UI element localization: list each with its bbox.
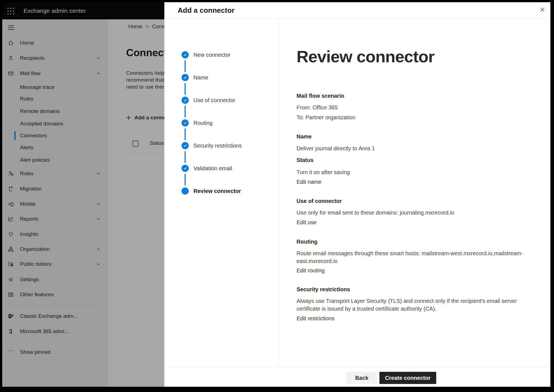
step-current-icon[interactable] xyxy=(182,187,189,195)
step-complete-icon[interactable] xyxy=(182,97,189,104)
section-title-routing: Routing xyxy=(297,238,318,246)
step-connector-line xyxy=(185,83,186,95)
mail-flow-to-value: To: Partner organization xyxy=(297,114,355,121)
wizard-step-security-restrictions[interactable]: Security restrictions xyxy=(193,142,242,149)
name-value: Deliver journal directly to Area 1 xyxy=(297,145,375,152)
step-connector-line xyxy=(185,106,186,117)
wizard-step-panel: New connector Name Use of connector Rout… xyxy=(164,18,279,367)
back-button[interactable]: Back xyxy=(346,372,377,384)
status-value: Turn it on after saving xyxy=(297,168,350,176)
step-connector-line xyxy=(185,60,186,72)
section-title-status: Status xyxy=(297,156,313,164)
wizard-step-review-connector[interactable]: Review connector xyxy=(193,187,241,195)
step-connector-line xyxy=(185,151,186,163)
modal-footer-divider xyxy=(164,367,550,367)
mail-flow-from-value: From: Office 365 xyxy=(297,104,338,111)
edit-use-link[interactable]: Edit use xyxy=(297,218,316,226)
step-complete-icon[interactable] xyxy=(182,119,189,127)
modal-title: Add a connector xyxy=(178,6,234,15)
wizard-step-validation-email[interactable]: Validation email xyxy=(193,164,232,172)
step-connector-line xyxy=(185,174,186,185)
section-title-name: Name xyxy=(297,133,312,140)
create-connector-button[interactable]: Create connector xyxy=(379,372,436,384)
wizard-step-routing[interactable]: Routing xyxy=(193,119,213,127)
review-heading: Review connector xyxy=(297,47,435,66)
step-connector-line xyxy=(185,128,186,140)
section-title-mail-flow-scenario: Mail flow scenario xyxy=(297,92,344,100)
security-restrictions-value: Always use Transport Layer Security (TLS… xyxy=(297,297,517,313)
edit-name-link[interactable]: Edit name xyxy=(297,178,321,186)
wizard-step-use-of-connector[interactable]: Use of connector xyxy=(193,96,235,104)
step-complete-icon[interactable] xyxy=(182,165,189,172)
exchange-admin-app: Exchange admin center Home Recipients Ma… xyxy=(2,2,550,387)
edit-restrictions-link[interactable]: Edit restrictions xyxy=(297,314,335,322)
section-title-use-of-connector: Use of connector xyxy=(297,197,342,205)
close-icon[interactable] xyxy=(538,5,547,14)
section-title-security-restrictions: Security restrictions xyxy=(297,285,350,293)
edit-routing-link[interactable]: Edit routing xyxy=(297,267,325,274)
add-connector-modal: Add a connector New connector Name Use o… xyxy=(164,2,550,387)
wizard-step-name[interactable]: Name xyxy=(193,74,208,81)
step-complete-icon[interactable] xyxy=(182,74,189,81)
use-of-connector-value: Use only for email sent to these domains… xyxy=(297,209,454,216)
step-complete-icon[interactable] xyxy=(182,142,189,149)
wizard-step-new-connector[interactable]: New connector xyxy=(193,51,230,59)
routing-value: Route email messages through these smart… xyxy=(297,249,523,265)
step-complete-icon[interactable] xyxy=(182,51,189,58)
